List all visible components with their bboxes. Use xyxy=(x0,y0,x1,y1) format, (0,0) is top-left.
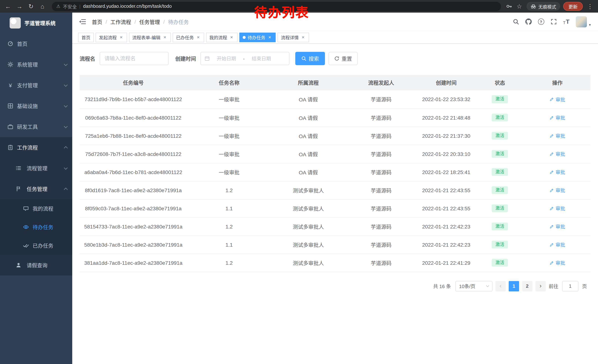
close-icon[interactable]: × xyxy=(196,35,201,40)
sidebar-item-label: 请假查询 xyxy=(27,261,47,269)
address-bar[interactable]: ⚠ 不安全 | dashboard.yudao.iocoder.cn/bpm/t… xyxy=(52,2,501,11)
process-name-input[interactable] xyxy=(100,52,169,65)
col-task-name: 任务名称 xyxy=(187,75,271,90)
sidebar-item-workflow[interactable]: 工作流程 xyxy=(0,137,72,158)
goto-page-input[interactable] xyxy=(562,281,578,291)
approve-link[interactable]: 审批 xyxy=(550,223,565,230)
tab-process-detail[interactable]: 流程详情× xyxy=(277,32,309,42)
status-badge: 激活 xyxy=(492,204,508,212)
close-icon[interactable]: × xyxy=(229,35,234,40)
create-time-label: 创建时间 xyxy=(175,55,196,62)
page-1-button[interactable]: 1 xyxy=(509,281,519,291)
breadcrumb-workflow[interactable]: 工作流程 xyxy=(110,18,131,25)
close-icon[interactable]: × xyxy=(267,35,272,40)
chevron-down-icon xyxy=(64,83,68,87)
menu-fold-icon[interactable] xyxy=(79,18,86,25)
approve-link[interactable]: 审批 xyxy=(550,205,565,212)
sidebar-item-infrastructure[interactable]: 基础设施 xyxy=(0,96,72,116)
end-date-input[interactable] xyxy=(247,56,276,61)
bookmark-star-icon[interactable]: ☆ xyxy=(515,3,523,9)
chevron-down-icon xyxy=(64,124,68,128)
chevron-down-icon xyxy=(64,104,68,107)
start-date-input[interactable] xyxy=(212,56,241,61)
approve-link[interactable]: 审批 xyxy=(550,114,565,121)
tab-my-process[interactable]: 我的流程× xyxy=(206,32,238,42)
pen-icon xyxy=(550,224,554,229)
status-badge: 激活 xyxy=(492,168,508,176)
approve-link[interactable]: 审批 xyxy=(550,259,565,266)
breadcrumb-separator: / xyxy=(134,19,136,25)
gear-icon xyxy=(8,61,13,67)
home-button[interactable]: ⌂ xyxy=(38,3,47,9)
page-size-select[interactable]: 10条/页 xyxy=(455,281,492,291)
sidebar-item-devtools[interactable]: 研发工具 xyxy=(0,116,72,137)
sidebar-item-label: 基础设施 xyxy=(17,102,38,110)
status-badge: 激活 xyxy=(492,150,508,158)
approve-link[interactable]: 审批 xyxy=(550,187,565,194)
help-icon[interactable]: ? xyxy=(538,18,544,25)
close-icon[interactable]: × xyxy=(300,35,306,40)
close-icon[interactable]: × xyxy=(119,35,124,40)
filter-bar: 流程名 创建时间 - 搜索 重置 xyxy=(80,52,590,65)
forward-button[interactable]: → xyxy=(15,3,24,9)
next-page-button[interactable]: › xyxy=(535,281,546,291)
task-table: 任务编号 任务名称 所属流程 流程发起人 创建时间 状态 操作 73211d9d… xyxy=(80,75,590,272)
security-label: 不安全 xyxy=(63,3,77,10)
table-row: a6aba0a4-7b6d-11ec-b781-acde48001122一级审批… xyxy=(80,163,590,181)
approve-link[interactable]: 审批 xyxy=(550,96,565,103)
approve-link[interactable]: 审批 xyxy=(550,169,565,176)
sidebar-item-leave-query[interactable]: 请假查询 xyxy=(0,255,72,275)
pagination: 共 16 条 10条/页 ‹ 1 2 › 前往 页 xyxy=(80,281,587,291)
sidebar-item-label: 研发工具 xyxy=(17,123,38,130)
logo-image xyxy=(10,17,21,29)
font-size-icon[interactable]: TT xyxy=(563,19,569,25)
dashboard-icon xyxy=(8,41,13,47)
breadcrumb-home[interactable]: 首页 xyxy=(92,18,102,25)
warning-icon: ⚠ xyxy=(56,4,60,9)
sidebar-item-my-process[interactable]: 我的流程 xyxy=(0,199,72,218)
close-icon[interactable]: × xyxy=(162,35,167,40)
sidebar-item-payment[interactable]: ¥ 支付管理 xyxy=(0,75,72,96)
reset-button[interactable]: 重置 xyxy=(329,52,357,65)
tab-form-edit[interactable]: 流程表单-编辑× xyxy=(129,32,171,42)
user-avatar[interactable]: ▼ xyxy=(576,16,591,27)
page-unit-label: 页 xyxy=(582,283,587,290)
key-icon[interactable] xyxy=(506,3,512,9)
sidebar-item-todo-task[interactable]: 待办任务 xyxy=(0,218,72,236)
pen-icon xyxy=(550,206,554,210)
sidebar-item-process-mgmt[interactable]: 流程管理 xyxy=(0,158,72,178)
refresh-icon xyxy=(334,56,339,61)
search-button[interactable]: 搜索 xyxy=(295,52,325,65)
github-icon[interactable] xyxy=(525,18,532,25)
approve-link[interactable]: 审批 xyxy=(550,132,565,139)
prev-page-button[interactable]: ‹ xyxy=(495,281,506,291)
user-icon xyxy=(16,262,22,268)
tab-done-task[interactable]: 已办任务× xyxy=(173,32,204,42)
sidebar-item-system[interactable]: 系统管理 xyxy=(0,54,72,75)
reload-button[interactable]: ↻ xyxy=(27,3,35,9)
approve-link[interactable]: 审批 xyxy=(550,241,565,248)
sidebar-item-home[interactable]: 首页 xyxy=(0,33,72,54)
address-divider: | xyxy=(79,4,81,9)
task-mgmt-submenu: 我的流程 待办任务 已办任务 xyxy=(0,199,72,255)
sidebar-item-task-mgmt[interactable]: 任务管理 xyxy=(0,178,72,199)
search-icon[interactable] xyxy=(513,18,519,25)
tab-todo-task[interactable]: 待办任务× xyxy=(239,32,276,42)
breadcrumb-task-mgmt[interactable]: 任务管理 xyxy=(139,18,160,25)
pen-icon xyxy=(550,115,554,120)
tab-home[interactable]: 首页 xyxy=(78,32,94,42)
sidebar-item-done-task[interactable]: 已办任务 xyxy=(0,236,72,255)
table-row: 069c6a63-7b8a-11ec-8ef0-acde48001122一级审批… xyxy=(80,108,590,127)
fullscreen-icon[interactable] xyxy=(550,18,557,25)
tab-start-process[interactable]: 发起流程× xyxy=(96,32,127,42)
update-button[interactable]: 更新 xyxy=(563,2,583,11)
date-range-picker[interactable]: - xyxy=(200,52,289,65)
range-separator: - xyxy=(243,56,245,61)
approve-link[interactable]: 审批 xyxy=(550,150,565,157)
col-task-id: 任务编号 xyxy=(80,75,187,90)
pen-icon xyxy=(550,242,554,247)
back-button[interactable]: ← xyxy=(4,3,12,9)
page-2-button[interactable]: 2 xyxy=(522,281,532,291)
browser-menu-icon[interactable]: ⋮ xyxy=(586,3,594,9)
page-content: 流程名 创建时间 - 搜索 重置 xyxy=(72,44,598,364)
